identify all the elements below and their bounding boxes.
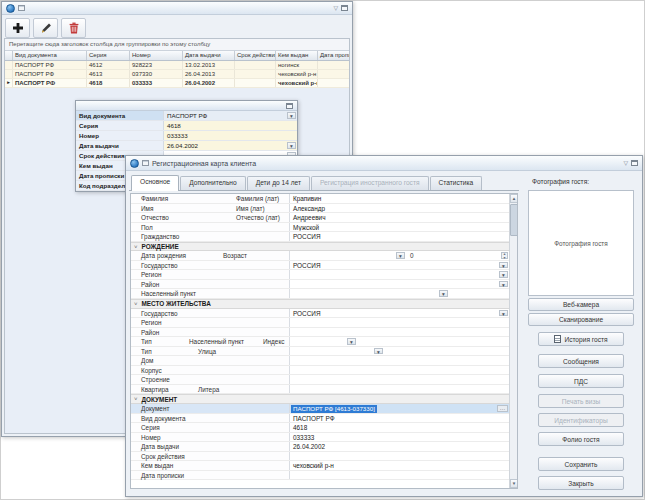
age-value: 0 — [410, 252, 414, 259]
guest-folio-button[interactable]: Фолио гостя — [538, 432, 624, 446]
add-button[interactable] — [5, 18, 30, 38]
field-value[interactable]: ▾0▴▾ — [289, 251, 509, 260]
collapse-icon[interactable]: ˅ — [134, 396, 138, 402]
field-value[interactable] — [289, 318, 509, 327]
scroll-thumb[interactable] — [510, 204, 518, 236]
form-row: Срок действия — [131, 452, 509, 462]
field-value[interactable]: Крапивин — [289, 194, 509, 203]
field-value[interactable] — [289, 471, 509, 480]
field-value[interactable]: Андреевич — [289, 213, 509, 222]
field-value[interactable] — [289, 356, 509, 365]
dropdown-button[interactable]: ▾ — [396, 252, 405, 259]
field-label: Регион — [141, 319, 162, 326]
form-row: ОтчествоОтчество (лат)Андреевич — [131, 213, 509, 223]
column-header[interactable]: Серия — [87, 51, 130, 60]
tab-children-under-14[interactable]: Дети до 14 лет — [247, 176, 310, 190]
dropdown-button[interactable]: ▾ — [287, 142, 296, 149]
field-value[interactable]: ПАСПОРТ РФ — [289, 414, 509, 423]
form-section-document[interactable]: ˅ДОКУМЕНТ — [131, 394, 509, 404]
pin-icon[interactable]: ▽ — [623, 159, 628, 167]
field-value[interactable] — [289, 328, 509, 337]
print-visa-button: Печать визы — [538, 394, 624, 408]
field-value[interactable]: 26.04.2002 — [289, 442, 509, 451]
maximize-icon[interactable] — [341, 5, 348, 11]
messages-button[interactable]: Сообщения — [538, 354, 624, 368]
field-value[interactable] — [289, 452, 509, 461]
form-section-birth[interactable]: ˅РОЖДЕНИЕ — [131, 242, 509, 252]
guest-history-button[interactable]: История гостя — [538, 332, 624, 346]
dropdown-button[interactable]: ▾ — [499, 310, 508, 317]
field-value[interactable]: ▾ — [289, 289, 509, 298]
scroll-up-button[interactable]: ▲ — [510, 194, 518, 203]
edit-button[interactable] — [33, 18, 58, 38]
field-value[interactable] — [289, 375, 509, 384]
dialog-field-value[interactable]: ПАСПОРТ РФ▾ — [164, 111, 297, 120]
field-value[interactable]: ПАСПОРТ РФ [4613-037330]… — [289, 404, 509, 413]
dropdown-button[interactable]: ▾ — [439, 290, 448, 297]
table-cell: 4612 — [87, 61, 130, 69]
client-window-titlebar[interactable]: Регистрационная карта клиента ▽ — [126, 156, 642, 171]
app-icon — [130, 159, 139, 168]
column-header[interactable]: Дата прописки — [318, 51, 350, 60]
form-scrollbar[interactable]: ▲ ▼ — [509, 194, 517, 488]
field-value[interactable]: ▾ — [289, 337, 509, 346]
webcam-button[interactable]: Веб-камера — [528, 298, 634, 311]
table-row[interactable]: ПАСПОРТ РФ461292822313.02.2013ногинск — [5, 61, 349, 70]
field-value[interactable]: 4618 — [289, 423, 509, 432]
group-by-panel[interactable]: Перетащите сюда заголовок столбца для гр… — [5, 39, 349, 51]
column-header[interactable]: Срок действия — [235, 51, 276, 60]
dropdown-button[interactable]: ▾ — [287, 112, 296, 119]
field-value[interactable]: ▾ — [289, 270, 509, 279]
column-header[interactable]: Дата выдачи — [183, 51, 235, 60]
field-value[interactable]: ▾ — [289, 280, 509, 289]
close-button[interactable]: Закрыть — [538, 476, 624, 490]
row-indicator-cell — [5, 70, 13, 78]
field-labels: Корпус — [131, 366, 289, 375]
form-row: Регион — [131, 318, 509, 328]
field-sublabel: Возраст — [223, 252, 247, 259]
dialog-field-value[interactable]: 4618 — [164, 121, 297, 130]
age-spinner[interactable]: ▴▾ — [501, 252, 508, 259]
maximize-icon[interactable] — [286, 103, 293, 109]
dropdown-button[interactable]: ▾ — [347, 338, 356, 345]
dropdown-button[interactable]: ▾ — [499, 281, 508, 288]
scroll-down-button[interactable]: ▼ — [510, 479, 518, 488]
column-header[interactable]: Кем выдан — [276, 51, 318, 60]
field-value[interactable] — [289, 366, 509, 375]
tab-statistics[interactable]: Статистика — [430, 176, 483, 190]
field-value[interactable]: ▾ — [289, 347, 509, 356]
pds-button[interactable]: ПДС — [538, 374, 624, 388]
maximize-icon[interactable] — [631, 160, 638, 166]
collapse-icon[interactable]: ˅ — [134, 244, 138, 250]
form-section-residence[interactable]: ˅МЕСТО ЖИТЕЛЬСТВА — [131, 299, 509, 309]
field-value[interactable]: 033333 — [289, 433, 509, 442]
pin-icon[interactable]: ▽ — [333, 4, 338, 12]
delete-button[interactable] — [61, 18, 86, 38]
documents-window-titlebar[interactable]: ▽ — [2, 2, 352, 15]
field-value[interactable]: РОССИЯ▾ — [289, 309, 509, 318]
section-label: РОЖДЕНИЕ — [142, 243, 179, 250]
ellipsis-button[interactable]: … — [497, 405, 508, 412]
column-header[interactable]: Вид документа — [13, 51, 87, 60]
save-button[interactable]: Сохранить — [538, 457, 624, 471]
tab-main[interactable]: Основное — [131, 175, 179, 191]
field-value[interactable]: Мужской — [289, 223, 509, 232]
column-header[interactable]: Номер — [130, 51, 183, 60]
dropdown-button[interactable]: ▾ — [499, 262, 508, 269]
table-row[interactable]: ▸ПАСПОРТ РФ461803333326.04.2002чеховский… — [5, 79, 349, 88]
collapse-icon[interactable]: ˅ — [134, 301, 138, 307]
tab-additional[interactable]: Дополнительно — [180, 176, 245, 190]
dropdown-button[interactable]: ▾ — [374, 348, 383, 355]
dialog-field-value[interactable]: 033333 — [164, 131, 297, 140]
dropdown-button[interactable]: ▾ — [499, 271, 508, 278]
field-value[interactable]: РОССИЯ — [289, 232, 509, 241]
field-value[interactable]: чеховский р-н — [289, 461, 509, 470]
dialog-titlebar[interactable] — [76, 101, 297, 111]
dialog-field-value[interactable]: 26.04.2002▾ — [164, 141, 297, 150]
field-value[interactable]: РОССИЯ▾ — [289, 261, 509, 270]
field-value[interactable]: Александр — [289, 204, 509, 213]
field-value[interactable] — [289, 385, 509, 394]
table-cell: 26.04.2013 — [183, 70, 235, 78]
scan-button[interactable]: Сканирование — [528, 313, 634, 326]
table-row[interactable]: ПАСПОРТ РФ461303733026.04.2013чеховский … — [5, 70, 349, 79]
